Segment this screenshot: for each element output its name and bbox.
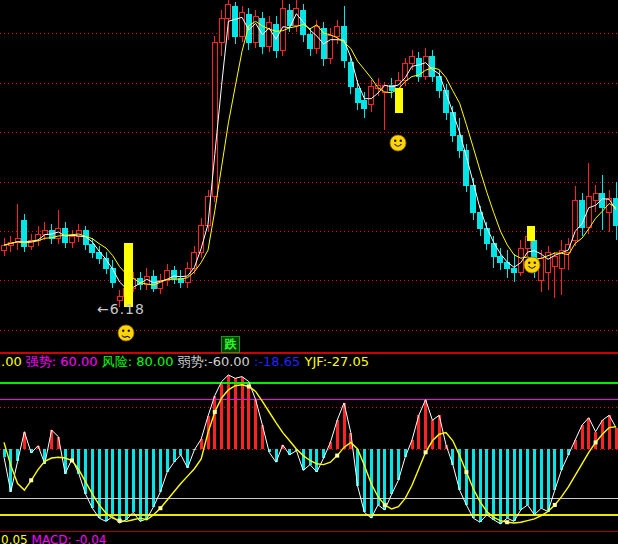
indicator-status-segment: 弱势:-60.00 bbox=[178, 354, 250, 369]
oscillator-turn-dots bbox=[29, 384, 597, 524]
signal-bar-marker bbox=[124, 243, 133, 307]
indicator-ref-lines-dotted bbox=[0, 408, 618, 449]
indicator-status-segment: .00 bbox=[1, 354, 22, 369]
trend-badge: 跌 bbox=[221, 336, 240, 353]
macd-status-segment: MACD: -0.04 bbox=[32, 533, 107, 544]
left-arrow-icon: ← bbox=[97, 301, 110, 317]
macd-status-line: 0.05 MACD: -0.04 bbox=[1, 533, 106, 544]
indicator-status-segment: :-18.65 bbox=[254, 354, 300, 369]
top-gridlines bbox=[0, 34, 618, 331]
price-annotation: ←6.18 bbox=[97, 301, 145, 317]
overlay-ma-slow bbox=[4, 21, 616, 285]
stock-chart-canvas[interactable] bbox=[0, 0, 618, 544]
indicator-status-line: .00 强势: 60.00 风险: 80.00 弱势:-60.00 :-18.6… bbox=[1, 353, 369, 371]
smiley-marker bbox=[524, 257, 540, 273]
indicator-status-segment: 风险: 80.00 bbox=[102, 354, 174, 369]
signal-bar-marker bbox=[395, 88, 403, 113]
signal-bar-marker bbox=[527, 226, 535, 241]
macd-status-segment: 0.05 bbox=[1, 533, 28, 544]
signal-markers bbox=[118, 88, 540, 341]
indicator-status-segment: YJF:-27.05 bbox=[304, 354, 369, 369]
smiley-marker bbox=[390, 135, 406, 151]
chart-window: ←6.18 跌 .00 强势: 60.00 风险: 80.00 弱势:-60.0… bbox=[0, 0, 618, 544]
indicator-status-segment: 强势: 60.00 bbox=[26, 354, 98, 369]
price-annotation-value: 6.18 bbox=[110, 301, 145, 317]
indicator-histogram bbox=[3, 375, 618, 524]
smiley-marker bbox=[118, 325, 134, 341]
